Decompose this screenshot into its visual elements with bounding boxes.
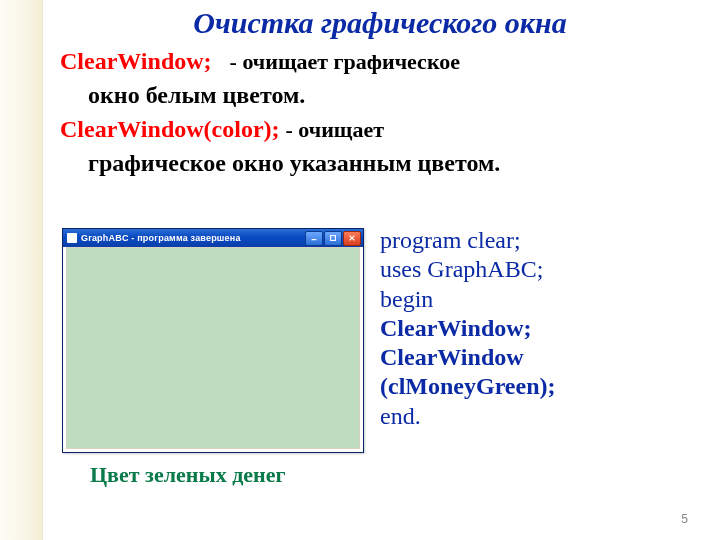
window-title: GraphABC - программа завершена (81, 233, 301, 243)
slide: Очистка графического окна ClearWindow; -… (0, 0, 720, 540)
close-button[interactable] (343, 231, 361, 246)
def1-line2: окно белым цветом. (60, 80, 700, 110)
window-titlebar: GraphABC - программа завершена (63, 229, 363, 247)
page-number: 5 (681, 512, 688, 526)
minimize-button[interactable] (305, 231, 323, 246)
keyword-clearwindow: ClearWindow; (60, 48, 212, 74)
code-line-7: end. (380, 402, 710, 431)
color-caption: Цвет зеленых денег (90, 462, 285, 488)
window-buttons (305, 231, 361, 246)
code-line-3: begin (380, 285, 710, 314)
def2-line1: - очищает (286, 117, 384, 142)
minimize-icon (310, 234, 318, 242)
code-line-5: ClearWindow (380, 343, 710, 372)
def1-line1: - очищает графическое (230, 49, 460, 74)
maximize-button[interactable] (324, 231, 342, 246)
graphabc-window: GraphABC - программа завершена (62, 228, 364, 453)
code-line-2: uses GraphABC; (380, 255, 710, 284)
keyword-clearwindow-color: ClearWindow(color); (60, 116, 280, 142)
def2-line2: графическое окно указанным цветом. (60, 148, 700, 178)
code-block: program clear; uses GraphABC; begin Clea… (380, 226, 710, 431)
close-icon (348, 234, 356, 242)
code-line-1: program clear; (380, 226, 710, 255)
left-decorative-strip (0, 0, 43, 540)
code-line-6: (clMoneyGreen); (380, 372, 710, 401)
code-line-4: ClearWindow; (380, 314, 710, 343)
svg-rect-1 (331, 236, 336, 241)
window-client-area (66, 247, 360, 449)
maximize-icon (329, 234, 337, 242)
definitions-block: ClearWindow; - очищает графическое окно … (60, 46, 700, 182)
app-icon (67, 233, 77, 243)
slide-title: Очистка графического окна (60, 6, 700, 40)
